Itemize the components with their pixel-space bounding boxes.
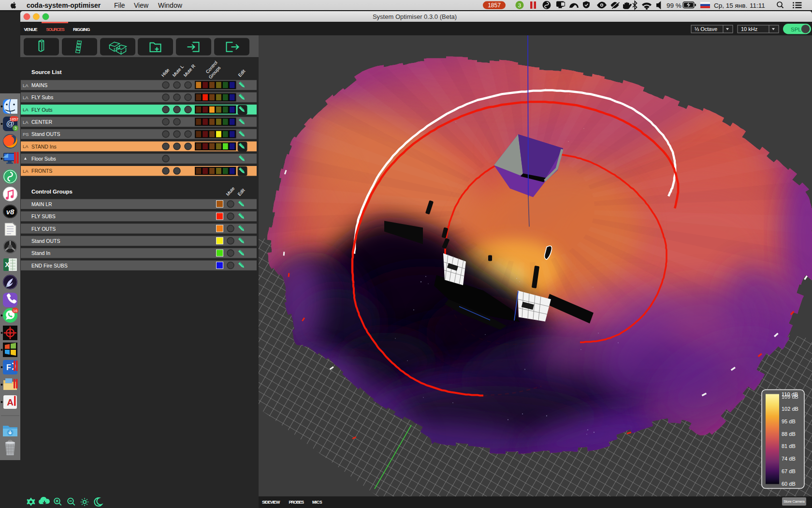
svg-text:coda-system-optimiser: coda-system-optimiser xyxy=(27,1,101,9)
svg-text:LA: LA xyxy=(23,144,29,149)
svg-text:Edit: Edit xyxy=(237,68,246,78)
svg-text:System Optimiser 0.3.0 (Beta): System Optimiser 0.3.0 (Beta) xyxy=(373,13,457,20)
svg-text:67 dB: 67 dB xyxy=(782,468,796,474)
svg-text:Mute L: Mute L xyxy=(171,63,185,77)
svg-text:16: 16 xyxy=(13,309,17,313)
svg-text:10 kHz: 10 kHz xyxy=(741,26,757,32)
svg-text:99 %: 99 % xyxy=(667,2,682,9)
svg-text:LA: LA xyxy=(23,82,29,88)
svg-text:Hide: Hide xyxy=(160,67,170,77)
svg-text:STAND Ins: STAND Ins xyxy=(31,143,57,149)
svg-text:102 dB: 102 dB xyxy=(782,405,798,411)
svg-text:81 dB: 81 dB xyxy=(782,443,796,448)
svg-text:⅓ Octave: ⅓ Octave xyxy=(695,26,717,32)
svg-text:109 dB: 109 dB xyxy=(782,393,798,399)
svg-text:MAIN LR: MAIN LR xyxy=(31,201,52,207)
svg-text:Ср, 15 янв.: Ср, 15 янв. xyxy=(714,2,747,9)
svg-text:File: File xyxy=(114,1,125,9)
svg-text:FRONTS: FRONTS xyxy=(31,168,52,174)
svg-text:MICS: MICS xyxy=(312,500,322,505)
svg-text:11:11: 11:11 xyxy=(750,2,765,9)
svg-text:RIGGING: RIGGING xyxy=(73,27,90,32)
svg-text:LA: LA xyxy=(23,119,29,124)
svg-text:Stand OUTS: Stand OUTS xyxy=(31,131,60,137)
svg-text:FLY Outs: FLY Outs xyxy=(31,106,52,112)
svg-text:FLY SUBS: FLY SUBS xyxy=(31,213,56,219)
svg-text:SOURCES: SOURCES xyxy=(46,27,65,32)
svg-text:END Fire SUBS: END Fire SUBS xyxy=(31,262,68,268)
svg-text:Mute: Mute xyxy=(225,185,235,196)
svg-text:VENUE: VENUE xyxy=(24,27,37,32)
svg-text:FLY OUTS: FLY OUTS xyxy=(31,225,56,231)
svg-text:1857: 1857 xyxy=(10,117,18,121)
svg-text:PROBES: PROBES xyxy=(289,500,304,505)
svg-text:Window: Window xyxy=(158,1,183,9)
svg-text:60 dB: 60 dB xyxy=(782,480,796,486)
svg-text:Edit: Edit xyxy=(236,187,246,197)
svg-text:MAINS: MAINS xyxy=(31,82,47,88)
svg-text:Stand In: Stand In xyxy=(31,250,50,256)
svg-text:3: 3 xyxy=(518,2,521,8)
svg-text:88 dB: 88 dB xyxy=(782,431,796,436)
svg-text:74 dB: 74 dB xyxy=(782,455,796,461)
svg-text:LA: LA xyxy=(23,168,29,174)
svg-text:Control Groups: Control Groups xyxy=(31,189,72,194)
svg-text:95 dB: 95 dB xyxy=(782,418,796,424)
svg-text:X: X xyxy=(5,261,10,269)
svg-text:v8: v8 xyxy=(6,208,14,216)
svg-text:CENTER: CENTER xyxy=(31,119,53,125)
svg-text:Source List: Source List xyxy=(31,69,62,75)
svg-text:LA: LA xyxy=(23,107,29,112)
svg-text:SIDEVIEW: SIDEVIEW xyxy=(262,500,280,505)
svg-text:Floor Subs: Floor Subs xyxy=(31,156,56,162)
svg-text:Mute R: Mute R xyxy=(182,63,196,77)
svg-text:1857: 1857 xyxy=(488,2,501,9)
svg-text:Store Camera: Store Camera xyxy=(783,499,805,504)
svg-text:View: View xyxy=(134,1,149,9)
svg-text:PS: PS xyxy=(23,132,29,137)
svg-text:Stand OUTS: Stand OUTS xyxy=(31,238,60,243)
svg-text:F: F xyxy=(6,363,11,372)
svg-text:SPL: SPL xyxy=(791,27,801,32)
svg-text:3: 3 xyxy=(14,126,17,131)
svg-text:LA: LA xyxy=(23,95,29,100)
svg-text:FLY Subs: FLY Subs xyxy=(31,94,53,100)
svg-text:A: A xyxy=(7,397,14,407)
